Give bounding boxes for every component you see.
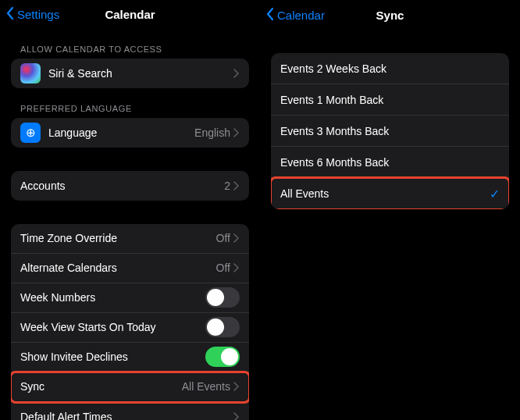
globe-icon: ⊕ bbox=[20, 123, 41, 143]
chevron-right-icon bbox=[233, 69, 240, 78]
page-title: Calendar bbox=[105, 8, 155, 21]
row-sync[interactable]: Sync All Events bbox=[11, 372, 249, 402]
group-accounts: Accounts 2 bbox=[11, 171, 249, 201]
navbar-left: Settings Calendar bbox=[0, 0, 260, 29]
row-siri-search[interactable]: Siri & Search bbox=[11, 59, 249, 88]
chevron-right-icon bbox=[233, 233, 240, 243]
section-header-access: Allow Calendar to Access bbox=[11, 29, 249, 59]
row-label: Events 6 Months Back bbox=[280, 156, 500, 169]
sync-option-row[interactable]: Events 1 Month Back bbox=[271, 84, 509, 116]
group-language: ⊕ Language English bbox=[11, 118, 249, 148]
row-detail: English bbox=[194, 126, 230, 139]
row-label: Sync bbox=[20, 380, 182, 393]
row-label: Siri & Search bbox=[48, 67, 233, 80]
check-icon: ✓ bbox=[490, 187, 500, 201]
section-header-language: Preferred Language bbox=[11, 88, 249, 118]
row-label: Time Zone Override bbox=[20, 232, 216, 244]
group-sync-options: Events 2 Weeks BackEvents 1 Month BackEv… bbox=[271, 53, 509, 209]
row-alternate-calendars[interactable]: Alternate Calendars Off bbox=[11, 254, 249, 283]
navbar-right: Calendar Sync bbox=[260, 0, 520, 30]
row-label: Language bbox=[48, 126, 194, 139]
row-label: Week View Starts On Today bbox=[20, 321, 205, 333]
switch-invitee-declines[interactable] bbox=[205, 347, 240, 367]
chevron-left-icon bbox=[5, 6, 16, 23]
row-detail: Off bbox=[216, 232, 230, 244]
row-label: All Events bbox=[280, 187, 490, 200]
switch-week-numbers[interactable] bbox=[205, 287, 240, 308]
sync-option-row[interactable]: Events 6 Months Back bbox=[271, 147, 509, 178]
row-label: Events 3 Months Back bbox=[280, 125, 500, 137]
back-label: Calendar bbox=[277, 9, 325, 22]
content-right: Events 2 Weeks BackEvents 1 Month BackEv… bbox=[260, 30, 520, 209]
sync-option-row[interactable]: Events 2 Weeks Back bbox=[271, 53, 509, 84]
row-label: Alternate Calendars bbox=[20, 262, 216, 274]
chevron-right-icon bbox=[233, 382, 240, 391]
row-language[interactable]: ⊕ Language English bbox=[11, 118, 249, 148]
sync-option-row[interactable]: All Events✓ bbox=[271, 178, 509, 209]
row-time-zone-override[interactable]: Time Zone Override Off bbox=[11, 224, 249, 254]
content-left: Allow Calendar to Access Siri & Search P… bbox=[0, 29, 260, 420]
row-week-view-starts-today[interactable]: Week View Starts On Today bbox=[11, 313, 249, 343]
group-calendar-options: Time Zone Override Off Alternate Calenda… bbox=[11, 224, 249, 420]
row-accounts[interactable]: Accounts 2 bbox=[11, 171, 249, 201]
row-label: Events 2 Weeks Back bbox=[280, 62, 500, 75]
row-label: Events 1 Month Back bbox=[280, 94, 500, 106]
siri-icon bbox=[20, 63, 41, 84]
back-button-calendar[interactable]: Calendar bbox=[265, 7, 325, 23]
row-label: Accounts bbox=[20, 180, 224, 192]
switch-week-view-starts[interactable] bbox=[205, 317, 240, 337]
group-access: Siri & Search bbox=[11, 59, 249, 88]
back-button-settings[interactable]: Settings bbox=[5, 6, 59, 23]
row-detail: Off bbox=[216, 262, 230, 274]
chevron-right-icon bbox=[233, 263, 240, 272]
row-week-numbers[interactable]: Week Numbers bbox=[11, 283, 249, 313]
row-label: Default Alert Times bbox=[20, 411, 233, 420]
chevron-right-icon bbox=[233, 128, 240, 137]
row-show-invitee-declines[interactable]: Show Invitee Declines bbox=[11, 343, 249, 372]
row-label: Week Numbers bbox=[20, 291, 205, 304]
chevron-right-icon bbox=[233, 181, 240, 190]
row-detail: All Events bbox=[182, 380, 230, 393]
sync-settings-pane: Calendar Sync Events 2 Weeks BackEvents … bbox=[260, 0, 520, 420]
row-label: Show Invitee Declines bbox=[20, 351, 205, 363]
row-default-alert-times[interactable]: Default Alert Times bbox=[11, 402, 249, 420]
calendar-settings-pane: Settings Calendar Allow Calendar to Acce… bbox=[0, 0, 260, 420]
sync-option-row[interactable]: Events 3 Months Back bbox=[271, 116, 509, 147]
chevron-right-icon bbox=[233, 412, 240, 420]
back-label: Settings bbox=[17, 8, 59, 21]
chevron-left-icon bbox=[265, 7, 276, 23]
row-detail: 2 bbox=[224, 180, 230, 192]
page-title: Sync bbox=[376, 9, 404, 22]
